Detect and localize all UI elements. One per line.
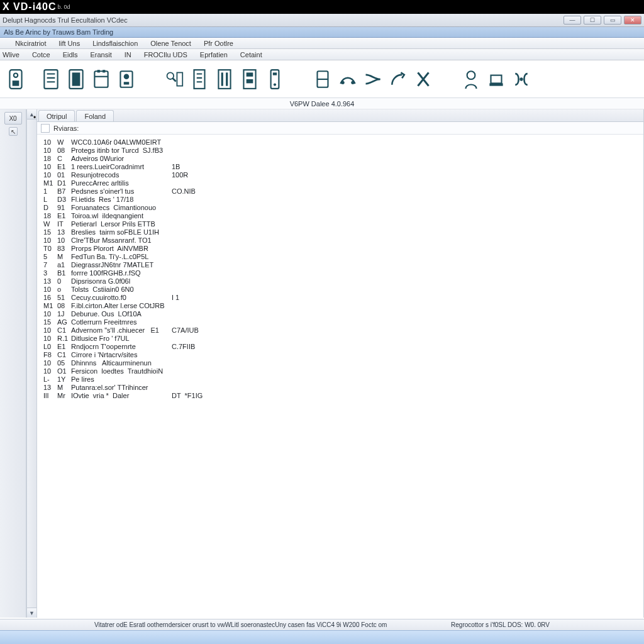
list-item[interactable]: F8C1Cirrore i 'Nrtacrv/sites xyxy=(43,351,637,359)
svg-rect-6 xyxy=(94,71,108,87)
list-item[interactable]: T083Prorps Plorort AiNVMBR xyxy=(43,245,637,253)
list-item[interactable]: 10WWCC0.10A6r 04ALWM0EIRT xyxy=(43,138,637,147)
menu2-item-2[interactable]: Eidls xyxy=(63,51,78,58)
window-close-button[interactable]: ✕ xyxy=(624,16,641,25)
list-item[interactable]: 1005Dhinnns Alticaurminenun xyxy=(43,359,637,367)
list-item[interactable]: L-1YPe lires xyxy=(43,375,637,384)
toolbar-sub-caption-text: V6PW Dalee 4.0.964 xyxy=(290,100,355,108)
list-item[interactable]: 15AGCotlerrurn Freeitmres xyxy=(43,318,637,326)
svg-point-30 xyxy=(519,77,523,80)
list-item[interactable]: 18E1Toiroa.wl ildeqnangient xyxy=(43,212,637,220)
filter-row: Rviaras: xyxy=(37,122,643,135)
svg-point-10 xyxy=(124,74,130,79)
toolbar-icon-2[interactable] xyxy=(42,67,60,91)
svg-point-27 xyxy=(467,71,475,79)
list-item[interactable]: M108F.ibl.cirton.Alter l.erse COtJRB xyxy=(43,302,637,310)
app-logo: X VD-i40C xyxy=(3,1,56,13)
toolbar-icon-9[interactable] xyxy=(240,67,259,91)
menu2-item-7[interactable]: Cetaint xyxy=(240,51,262,58)
window-restore-button[interactable]: ☐ xyxy=(584,16,601,25)
svg-point-1 xyxy=(14,73,18,77)
svg-rect-8 xyxy=(103,70,105,72)
toolbar-icon-1[interactable] xyxy=(6,67,25,91)
list-item[interactable]: 10E11 reers.LueirCoradnimrt1B xyxy=(43,163,637,171)
menu2-item-5[interactable]: FROCIlu UDS xyxy=(144,51,187,58)
list-item[interactable]: 3B1forrre 100fRGHB.r.fSQ xyxy=(43,269,637,277)
menu2-item-0[interactable]: Wlive xyxy=(3,51,19,58)
list-item[interactable]: 1008Protegs itinb tor Turcd SJ.fB3 xyxy=(43,147,637,155)
menu1-item-1[interactable]: Nkciratriot xyxy=(15,40,47,47)
window-captionbar: Delupt Hagnocds Trul Eecultalion VCdec —… xyxy=(0,14,644,27)
svg-rect-3 xyxy=(44,70,57,89)
left-button-2[interactable]: ↖ xyxy=(9,127,18,136)
menu2-item-6[interactable]: Eprfatien xyxy=(200,51,228,58)
svg-rect-13 xyxy=(177,72,182,86)
list-item[interactable]: 5MFedTun Ba. Ti'y-.L.c0P5L xyxy=(43,253,637,261)
toolbar-icon-15[interactable] xyxy=(414,67,433,91)
svg-rect-11 xyxy=(124,82,130,84)
toolbar-icon-7[interactable] xyxy=(190,67,209,91)
list-item[interactable]: 13MPutanra:el.sor' TTrihincer xyxy=(43,384,637,392)
menu2-item-4[interactable]: IN xyxy=(125,51,131,58)
menu-row-1: Nkciratriot lift Uns Lindsflaischion Ole… xyxy=(0,38,644,49)
menu1-item-2[interactable]: lift Uns xyxy=(59,40,80,47)
list-item[interactable]: 10O1Fersicon loedtes TrautdhioiN xyxy=(43,367,637,375)
list-item[interactable]: 1010Clre'TBur Mssanranf. TO1 xyxy=(43,236,637,245)
toolbar-icon-14[interactable] xyxy=(389,67,408,91)
list-item[interactable]: D91Foruanatecs Cimantionouo xyxy=(43,204,637,212)
window-maximize-button[interactable]: ▭ xyxy=(604,16,621,25)
toolbar-icon-17[interactable] xyxy=(487,67,506,91)
list-item[interactable]: 1513Breslies tairm soFBLE U1IH xyxy=(43,228,637,236)
app-logo-sub: b. 0d xyxy=(57,4,70,10)
left-scrollbar[interactable]: ▲ ▼ xyxy=(26,109,37,618)
toolbar-icon-3[interactable] xyxy=(67,67,86,91)
menu2-item-1[interactable]: Cotce xyxy=(32,51,50,58)
sub-caption-bar: Als Be Arinc by Trauws Bam Tirding xyxy=(0,27,644,38)
menu2-item-3[interactable]: Eransit xyxy=(90,51,111,58)
app-titlebar: X VD-i40C b. 0d xyxy=(0,0,644,14)
svg-rect-5 xyxy=(72,72,80,86)
left-mini-toolbar: X0 ↖ xyxy=(0,109,26,618)
list-item[interactable]: M1D1PureccArrec arltilis xyxy=(43,179,637,187)
list-item[interactable]: 10C1Advernom "s'll .chiuecer E1C7A/IUB xyxy=(43,326,637,335)
menu1-item-5[interactable]: Pfr Ootlre xyxy=(204,40,233,47)
toolbar-icon-6[interactable] xyxy=(165,67,184,91)
svg-point-23 xyxy=(274,83,276,86)
toolbar-icon-5[interactable] xyxy=(117,67,136,91)
toolbar-icon-13[interactable] xyxy=(364,67,382,91)
scroll-down-icon[interactable]: ▼ xyxy=(27,608,36,618)
toolbar-icon-11[interactable] xyxy=(313,67,332,91)
toolbar-icon-18[interactable] xyxy=(512,67,531,91)
list-item[interactable]: 1651Cecuy.cuuirotto.f0I 1 xyxy=(43,294,637,302)
svg-rect-16 xyxy=(221,72,223,86)
svg-rect-19 xyxy=(247,72,253,76)
window-minimize-button[interactable]: — xyxy=(564,16,581,25)
toolbar-icon-4[interactable] xyxy=(92,67,111,91)
list-item[interactable]: IlIMrIOvtie vria * DalerDT *F1IG xyxy=(43,392,637,400)
list-item[interactable]: 130Dipsrisonra G.0f06l xyxy=(43,277,637,286)
list-item[interactable]: 18CAdveiros 0Wurior xyxy=(43,155,637,163)
list-item[interactable]: 7a1DiegrassrJN6tnr 7MATLET xyxy=(43,261,637,269)
toolbar-icon-16[interactable] xyxy=(462,67,480,91)
list-item[interactable]: 10R.1Ditlusice Fro ' f7UL xyxy=(43,335,637,343)
list-item[interactable]: 101JDeburue. Ous LOf10A xyxy=(43,310,637,318)
svg-rect-28 xyxy=(491,75,502,83)
toolbar-icon-8[interactable] xyxy=(215,67,234,91)
os-taskbar[interactable] xyxy=(0,630,644,644)
toolbar-icon-10[interactable] xyxy=(265,67,284,91)
tab-foland[interactable]: Foland xyxy=(76,110,114,121)
left-button-1[interactable]: X0 xyxy=(4,112,22,125)
window-caption: Delupt Hagnocds Trul Eecultalion VCdec xyxy=(3,16,128,24)
list-item[interactable]: L0E1Rndjocrn T'oopernrteC.7FIIB xyxy=(43,343,637,351)
sub-caption-text: Als Be Arinc by Trauws Bam Tirding xyxy=(4,28,113,36)
filter-toggle[interactable] xyxy=(41,124,50,133)
list-item[interactable]: WITPetierarl Lersor Prils ETTB xyxy=(43,220,637,228)
tab-output[interactable]: Otripul xyxy=(38,110,75,121)
list-item[interactable]: LD3Fl.ietids Res ' 17/18 xyxy=(43,196,637,204)
menu1-item-3[interactable]: Lindsflaischion xyxy=(92,40,138,47)
list-item[interactable]: 1B7Pedsnes s'oiner'l tusCO.NIB xyxy=(43,187,637,196)
list-item[interactable]: 10oTolsts Cstiiain0 6N0 xyxy=(43,286,637,294)
menu1-item-4[interactable]: Olene Tenoct xyxy=(150,40,191,47)
list-item[interactable]: 1001Resunjotrecods100R xyxy=(43,171,637,179)
toolbar-icon-12[interactable] xyxy=(338,67,357,91)
